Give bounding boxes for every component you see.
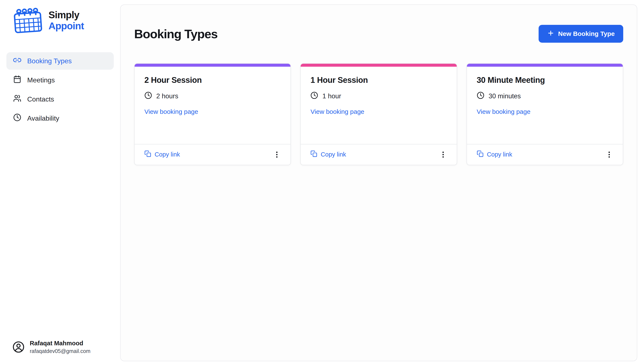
card-duration: 30 minutes <box>477 92 613 101</box>
sidebar-item-meetings[interactable]: Meetings <box>6 71 114 89</box>
copy-link-label: Copy link <box>155 151 180 158</box>
panel-header: Booking Types New Booking Type <box>134 18 623 49</box>
link-icon <box>13 56 21 66</box>
new-booking-type-button[interactable]: New Booking Type <box>539 25 623 43</box>
calendar-logo-icon <box>12 8 44 34</box>
user-name: Rafaqat Mahmood <box>30 340 90 347</box>
content-panel: Booking Types New Booking Type 2 Hour Se… <box>120 4 637 361</box>
booking-type-cards: 2 Hour Session 2 hours View booking page <box>134 63 623 165</box>
card-duration: 1 hour <box>310 92 447 101</box>
sidebar-item-contacts[interactable]: Contacts <box>6 90 114 108</box>
copy-icon <box>477 150 484 159</box>
booking-type-card: 1 Hour Session 1 hour View booking page <box>300 63 457 165</box>
booking-type-card: 30 Minute Meeting 30 minutes View bookin… <box>467 63 623 165</box>
view-booking-page-link[interactable]: View booking page <box>144 108 198 115</box>
clock-icon <box>310 92 318 101</box>
card-footer: Copy link <box>135 144 290 165</box>
brand-logo: Simply Appoint <box>0 6 120 34</box>
brand-name-line2: Appoint <box>49 20 84 32</box>
sidebar-nav: Booking Types Meetings <box>0 52 120 127</box>
page-title: Booking Types <box>134 27 218 41</box>
sidebar-spacer <box>0 127 120 340</box>
contacts-icon <box>13 94 21 104</box>
copy-link-button[interactable]: Copy link <box>477 150 512 159</box>
plus-icon <box>547 30 554 38</box>
card-accent-bar <box>467 64 623 67</box>
copy-link-button[interactable]: Copy link <box>144 150 180 159</box>
card-menu-kebab-button[interactable] <box>271 149 282 160</box>
card-duration: 2 hours <box>144 92 281 101</box>
card-menu-kebab-button[interactable] <box>438 149 449 160</box>
card-footer: Copy link <box>467 144 623 165</box>
card-accent-bar <box>301 64 457 67</box>
copy-icon <box>144 150 151 159</box>
new-booking-type-label: New Booking Type <box>558 30 615 38</box>
sidebar-item-label: Meetings <box>27 76 55 84</box>
card-title: 2 Hour Session <box>144 76 281 85</box>
card-accent-bar <box>135 64 290 67</box>
card-menu-kebab-button[interactable] <box>604 149 615 160</box>
copy-icon <box>310 150 317 159</box>
user-info: Rafaqat Mahmood rafaqatdev05@gmail.com <box>30 340 90 354</box>
copy-link-button[interactable]: Copy link <box>310 150 346 159</box>
card-footer: Copy link <box>301 144 457 165</box>
view-booking-page-link[interactable]: View booking page <box>310 108 364 115</box>
card-body: 30 Minute Meeting 30 minutes View bookin… <box>467 67 623 144</box>
copy-link-label: Copy link <box>321 151 346 158</box>
clock-icon <box>13 114 21 123</box>
brand-name-line1: Simply <box>49 10 84 20</box>
card-duration-label: 30 minutes <box>489 92 521 100</box>
brand-name: Simply Appoint <box>49 10 84 32</box>
copy-link-label: Copy link <box>487 151 512 158</box>
sidebar-item-label: Availability <box>27 114 59 122</box>
user-avatar-icon <box>12 341 25 353</box>
clock-icon <box>477 92 484 101</box>
main-area: Booking Types New Booking Type 2 Hour Se… <box>120 0 643 364</box>
card-title: 30 Minute Meeting <box>477 76 613 85</box>
card-body: 1 Hour Session 1 hour View booking page <box>301 67 457 144</box>
card-body: 2 Hour Session 2 hours View booking page <box>135 67 290 144</box>
card-duration-label: 2 hours <box>156 92 178 100</box>
card-title: 1 Hour Session <box>310 76 447 85</box>
clock-icon <box>144 92 152 101</box>
sidebar-item-label: Booking Types <box>27 57 72 65</box>
user-email: rafaqatdev05@gmail.com <box>30 348 90 354</box>
view-booking-page-link[interactable]: View booking page <box>477 108 531 115</box>
sidebar: Simply Appoint Booking Types <box>0 0 120 364</box>
sidebar-item-availability[interactable]: Availability <box>6 110 114 127</box>
booking-type-card: 2 Hour Session 2 hours View booking page <box>134 63 291 165</box>
calendar-icon <box>13 75 21 85</box>
sidebar-item-booking-types[interactable]: Booking Types <box>6 52 114 70</box>
user-profile: Rafaqat Mahmood rafaqatdev05@gmail.com <box>0 340 120 354</box>
sidebar-item-label: Contacts <box>27 95 54 103</box>
card-duration-label: 1 hour <box>322 92 341 100</box>
